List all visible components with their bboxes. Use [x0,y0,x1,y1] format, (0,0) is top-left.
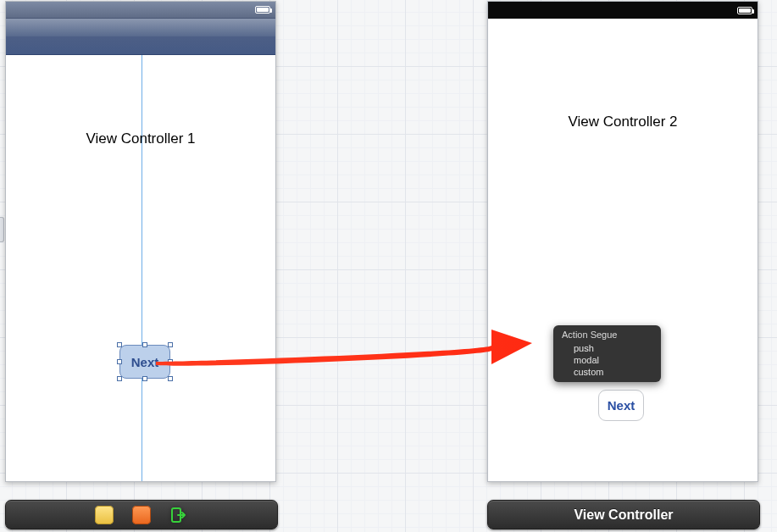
exit-icon[interactable] [169,506,188,524]
next-button[interactable]: Next [598,390,644,421]
view-body[interactable]: View Controller 2 Next [488,19,758,481]
resize-handle[interactable] [168,342,173,347]
scene-dock-2[interactable]: View Controller [487,500,760,529]
status-bar [488,2,758,19]
status-bar [6,2,275,19]
popover-title: Action Segue [553,329,661,342]
vertical-guide [142,55,142,481]
title-label: View Controller 2 [568,114,677,130]
view-controller-icon[interactable] [132,506,151,524]
next-button-selected[interactable]: Next [119,345,170,379]
scene-dock-1[interactable] [5,500,278,529]
navigation-bar[interactable] [6,19,275,55]
title-label: View Controller 1 [86,130,195,147]
view-body[interactable]: View Controller 1 Next [6,55,275,481]
resize-handle[interactable] [142,376,147,381]
battery-icon [255,6,270,14]
segue-option-custom[interactable]: custom [553,366,661,378]
resize-handle[interactable] [168,376,173,381]
segue-option-modal[interactable]: modal [553,354,661,366]
resize-handle[interactable] [117,359,122,364]
next-button[interactable]: Next [119,345,170,379]
canvas-left-gripper[interactable] [0,217,4,242]
battery-icon [737,7,752,14]
resize-handle[interactable] [117,376,122,381]
scene-view-controller-1[interactable]: View Controller 1 Next [5,1,276,482]
resize-handle[interactable] [117,342,122,347]
resize-handle[interactable] [168,359,173,364]
scene-dock-title: View Controller [574,507,673,523]
action-segue-popover: Action Segue push modal custom [553,325,661,382]
first-responder-icon[interactable] [95,506,114,524]
resize-handle[interactable] [142,342,147,347]
segue-option-push[interactable]: push [553,342,661,354]
scene-view-controller-2[interactable]: View Controller 2 Next [487,1,758,482]
